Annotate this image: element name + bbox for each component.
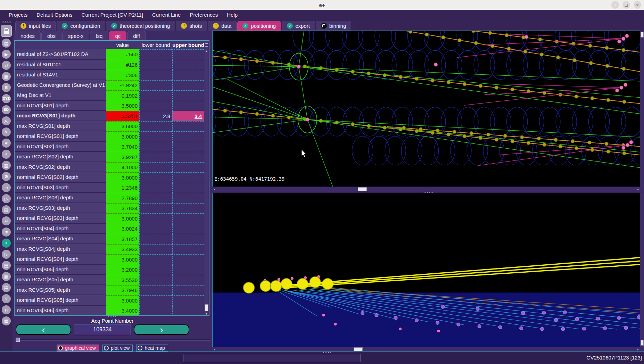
lock-icon[interactable] xyxy=(1,25,12,37)
xyz-axes-icon[interactable]: XYZ xyxy=(2,94,11,103)
tab-input-files[interactable]: !input files xyxy=(15,21,56,31)
table-row[interactable]: max RCVG[S02] depth4.1000 xyxy=(15,162,209,173)
vertex-icon[interactable]: V xyxy=(2,127,11,136)
table-row[interactable]: min RCVG[S06] depth3.4000 xyxy=(15,306,209,316)
save-icon[interactable]: ▦ xyxy=(2,72,11,81)
table-scrollbar[interactable]: ▴ ▾ xyxy=(204,49,209,315)
gear-icon[interactable]: ⚙ xyxy=(2,172,11,181)
radio-plot-view[interactable]: plot view xyxy=(102,345,133,351)
status-input-field[interactable] xyxy=(183,354,361,362)
map-vertical-scrollbar[interactable] xyxy=(640,31,644,187)
map-vscroll-handle[interactable] xyxy=(641,32,644,38)
radio-graphical-view[interactable]: graphical view xyxy=(57,345,99,351)
radio-heat-map[interactable]: heat map xyxy=(136,345,168,351)
col-header-value[interactable]: value xyxy=(106,41,139,49)
table-tab-diff[interactable]: diff xyxy=(127,31,146,40)
scroll-down-icon[interactable]: ▾ xyxy=(204,312,208,315)
table-row[interactable]: min RCVG[S05] depth3.2000 xyxy=(15,265,209,275)
document3-icon[interactable]: ▤ xyxy=(2,261,11,270)
statusbar-splitter-grip[interactable] xyxy=(323,352,332,353)
acq-point-slider[interactable] xyxy=(16,339,210,341)
panel-splitter-grip[interactable] xyxy=(108,316,117,317)
scroll-up-icon[interactable]: ▴ xyxy=(204,49,208,52)
table-row[interactable]: nominal RCVG[S04] depth3.0000 xyxy=(15,254,209,265)
profile-vertical-scrollbar[interactable] xyxy=(640,193,644,347)
spark-icon[interactable]: ✶ xyxy=(2,139,11,148)
tab-data[interactable]: !data xyxy=(208,21,237,31)
table-tab-obs[interactable]: obs xyxy=(41,31,61,40)
tab-export[interactable]: ✓export xyxy=(282,21,315,31)
col-header-upper-bound[interactable]: upper bound xyxy=(172,41,204,49)
maximize-button[interactable]: □ xyxy=(622,1,630,9)
table-row[interactable]: min RCVG[S01] depth3.5000 xyxy=(15,101,209,111)
table-row[interactable]: nominal RCVG[S01] depth3.0000 xyxy=(15,131,209,142)
map-view-canvas[interactable]: E:634659.04 N:6417192.39 xyxy=(212,31,640,187)
tab-shots[interactable]: !shots xyxy=(176,21,207,31)
table-corner-button[interactable] xyxy=(204,41,209,49)
previous-point-button[interactable]: ‹ xyxy=(16,324,71,335)
slider-handle[interactable] xyxy=(16,338,20,342)
save2-icon[interactable]: ▦ xyxy=(2,272,11,281)
menu-item-projects[interactable]: Projects xyxy=(4,12,32,18)
share-network-icon[interactable]: ⋋ xyxy=(2,116,11,125)
profile-vscroll-handle[interactable] xyxy=(641,340,644,346)
document4-icon[interactable]: ▤ xyxy=(2,283,11,292)
next-point-button[interactable]: › xyxy=(134,324,189,335)
table-row[interactable]: nominal RCVG[S02] depth3.0000 xyxy=(15,172,209,183)
table-row[interactable]: mean RCVG[S05] depth3.5530 xyxy=(15,275,209,285)
menu-item-current-project-gv-p2-11[interactable]: Current Project [GV P2/11] xyxy=(77,12,148,18)
swap-arrows-icon[interactable]: ⇄ xyxy=(2,61,11,70)
scroll-left-icon[interactable]: ◂ xyxy=(212,187,216,191)
menu-item-help[interactable]: Help xyxy=(222,12,242,18)
menu-item-default-options[interactable]: Default Options xyxy=(32,12,77,18)
table-row[interactable]: min RCVG[S02] depth3.7040 xyxy=(15,142,209,152)
table-row[interactable]: min RCVG[S03] depth1.2346 xyxy=(15,183,209,193)
close-button[interactable]: × xyxy=(634,1,641,9)
fence-icon[interactable]: Ⅲ xyxy=(2,83,11,92)
video-icon[interactable]: ▷ xyxy=(2,194,11,203)
table-row[interactable]: max RCVG[S05] depth3.7946 xyxy=(15,285,209,296)
table-tab-nodes[interactable]: nodes xyxy=(15,31,41,40)
scroll-right-icon[interactable]: ▸ xyxy=(636,347,640,351)
menu-item-preferences[interactable]: Preferences xyxy=(185,12,222,18)
table-row[interactable]: mean RCVG[S03] depth2.7890 xyxy=(15,193,209,203)
sidebar-grip[interactable] xyxy=(2,21,11,22)
map-icon[interactable]: ▧ xyxy=(2,161,11,170)
map-hscroll-handle[interactable] xyxy=(358,187,367,191)
save3-icon[interactable]: ▦ xyxy=(2,316,11,325)
active-probe-icon[interactable]: ⌖ xyxy=(2,239,11,248)
menu-item-current-line[interactable]: Current Line xyxy=(148,12,185,18)
table-row[interactable]: residual of S01C01#126 xyxy=(15,60,209,70)
sd-icon[interactable]: SD xyxy=(2,105,11,114)
usb-link-icon[interactable]: ⊸ xyxy=(2,183,11,192)
tab-positioning[interactable]: ✓positioning xyxy=(237,21,281,31)
document-icon[interactable]: ▤ xyxy=(2,39,11,48)
map-horizontal-scrollbar[interactable]: ◂ ▸ xyxy=(212,187,640,191)
table-row[interactable]: Geodetic Convergence (Survey) at V1-1.92… xyxy=(15,80,209,91)
table-row[interactable]: max RCVG[S04] depth3.4933 xyxy=(15,244,209,255)
table-row[interactable]: nominal RCVG[S03] depth3.0000 xyxy=(15,213,209,224)
magnet-icon[interactable]: ∩ xyxy=(2,305,11,314)
document2-icon[interactable]: ▤ xyxy=(2,205,11,214)
table-row[interactable]: min RCVG[S04] depth3.0024 xyxy=(15,224,209,234)
minimize-button[interactable]: − xyxy=(611,1,619,9)
table-row[interactable]: residual of S14V1#306 xyxy=(15,70,209,80)
waveform-icon[interactable]: ≈ xyxy=(2,216,11,225)
video2-icon[interactable]: ▷ xyxy=(2,250,11,259)
profile-hscroll-handle[interactable] xyxy=(354,347,363,351)
table-tab-lsq[interactable]: lsq xyxy=(90,31,108,40)
tab-theoretical-positioning[interactable]: ✓theoretical positioning xyxy=(106,21,175,31)
bolt-icon[interactable]: ⚡ xyxy=(2,294,11,303)
col-header-lower-bound[interactable]: lower bound xyxy=(139,41,172,49)
scroll-right-icon[interactable]: ▸ xyxy=(636,187,640,191)
profile-horizontal-scrollbar[interactable]: ◂ ▸ xyxy=(212,347,640,351)
acq-point-number-input[interactable] xyxy=(74,324,131,335)
table-tab-qc[interactable]: qc xyxy=(109,31,126,40)
waveform2-icon[interactable]: ≋ xyxy=(2,228,11,237)
table-row[interactable]: mean RCVG[S02] depth3.9287 xyxy=(15,152,209,162)
profile-view-canvas[interactable] xyxy=(212,193,640,347)
table-tab-spec-x[interactable]: spec-x xyxy=(62,31,89,40)
tab-configuration[interactable]: ✓configuration xyxy=(57,21,105,31)
table-scrollbar-handle[interactable] xyxy=(205,304,208,311)
table-row[interactable]: mean RCVG[S04] depth3.1857 xyxy=(15,234,209,244)
